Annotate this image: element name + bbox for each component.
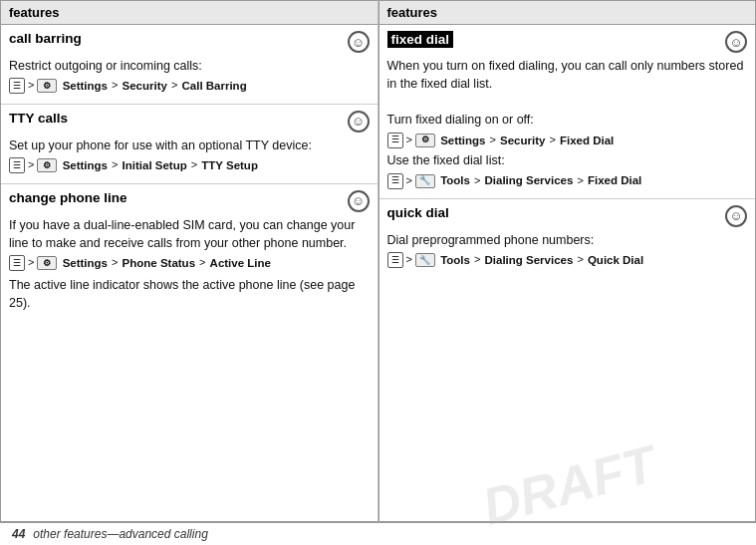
tty-nav: ☰ > ⚙ Settings > Initial Setup > TTY Set… (9, 157, 370, 174)
tty-title-row: TTY calls ☺ (9, 111, 370, 133)
call-barring-title: call barring (9, 31, 82, 46)
call-barring-label: Call Barring (181, 78, 246, 95)
left-column: features call barring ☺ Restrict outgoin… (0, 0, 378, 522)
dialing-services-label-1: Dialing Services (485, 172, 574, 189)
page-number: 44 (12, 527, 25, 541)
dialing-services-label-2: Dialing Services (485, 252, 574, 269)
fixed-dial-nav1: ☰ > ⚙ Settings > Security > Fixed Dial (387, 133, 748, 149)
quick-dial-desc: Dial preprogrammed phone numbers: (387, 233, 595, 247)
quick-dial-title: quick dial (387, 205, 449, 220)
call-barring-accessibility-icon: ☺ (348, 31, 370, 53)
change-phone-line-extra: The active line indicator shows the acti… (9, 276, 370, 312)
right-header-label: features (387, 5, 438, 20)
tty-title: TTY calls (9, 111, 68, 126)
settings-icon-4: ⚙ (415, 134, 435, 147)
settings-label-1: Settings (59, 78, 108, 95)
change-phone-line-title-row: change phone line ☺ (9, 190, 370, 212)
right-col-header: features (379, 1, 756, 25)
tools-label-1: Tools (437, 172, 470, 189)
change-phone-line-nav: ☰ > ⚙ Settings > Phone Status > Active L… (9, 255, 370, 272)
fixed-dial-title: fixed dial (387, 31, 454, 48)
quick-dial-nav-label: Quick Dial (588, 252, 643, 269)
tty-accessibility-icon: ☺ (348, 111, 370, 133)
settings-icon-2: ⚙ (37, 158, 57, 172)
quick-dial-title-row: quick dial ☺ (387, 205, 748, 227)
quick-dial-accessibility-icon: ☺ (725, 205, 747, 227)
fixed-dial-section: fixed dial ☺ When you turn on fixed dial… (379, 25, 756, 199)
security-label-2: Security (500, 133, 545, 149)
quick-dial-body: Dial preprogrammed phone numbers: ☰ > 🔧 … (387, 231, 748, 269)
change-phone-line-title: change phone line (9, 190, 127, 205)
left-header-label: features (9, 5, 60, 20)
quick-dial-nav: ☰ > 🔧 Tools > Dialing Services > Quick D… (387, 252, 748, 269)
fixed-dial-nav2: ☰ > 🔧 Tools > Dialing Services > Fixed D… (387, 172, 748, 189)
menu-icon-3: ☰ (9, 255, 25, 271)
tools-label-2: Tools (437, 252, 470, 269)
fixed-dial-toggle-desc: Turn fixed dialing on or off: (387, 113, 534, 127)
tty-body: Set up your phone for use with an option… (9, 136, 370, 174)
footer: 44 other features—advanced calling (0, 522, 756, 545)
call-barring-title-row: call barring ☺ (9, 31, 370, 53)
change-phone-line-desc: If you have a dual-line-enabled SIM card… (9, 218, 355, 250)
call-barring-desc: Restrict outgoing or incoming calls: (9, 59, 202, 73)
settings-label-2: Settings (59, 157, 108, 174)
quick-dial-section: quick dial ☺ Dial preprogrammed phone nu… (379, 199, 756, 278)
content-area: features call barring ☺ Restrict outgoin… (0, 0, 756, 522)
initial-setup-label: Initial Setup (123, 157, 187, 174)
footer-text: other features—advanced calling (33, 527, 207, 541)
left-col-header: features (1, 1, 378, 25)
phone-status-label: Phone Status (123, 255, 195, 272)
menu-icon-2: ☰ (9, 157, 25, 173)
tools-icon-2: 🔧 (415, 253, 435, 267)
page-wrapper: features call barring ☺ Restrict outgoin… (0, 0, 756, 545)
menu-icon-6: ☰ (387, 252, 403, 268)
settings-icon-1: ⚙ (37, 79, 57, 93)
tools-icon-1: 🔧 (415, 174, 435, 188)
active-line-label: Active Line (210, 255, 271, 272)
change-phone-line-section: change phone line ☺ If you have a dual-l… (1, 184, 378, 318)
menu-icon-4: ☰ (387, 133, 403, 148)
security-label-1: Security (123, 78, 167, 95)
change-phone-line-accessibility-icon: ☺ (348, 190, 370, 212)
menu-icon-5: ☰ (387, 173, 403, 189)
fixed-dial-desc: When you turn on fixed dialing, you can … (387, 59, 744, 91)
fixed-dial-nav-label2: Fixed Dial (588, 172, 641, 189)
fixed-dial-use-desc: Use the fixed dial list: (387, 153, 505, 167)
fixed-dial-title-row: fixed dial ☺ (387, 31, 748, 53)
settings-icon-3: ⚙ (37, 256, 57, 270)
tty-calls-section: TTY calls ☺ Set up your phone for use wi… (1, 105, 378, 184)
fixed-dial-accessibility-icon: ☺ (725, 31, 747, 53)
settings-label-3: Settings (59, 255, 108, 272)
call-barring-nav: ☰ > ⚙ Settings > Security > Call Barring (9, 78, 370, 95)
tty-desc: Set up your phone for use with an option… (9, 138, 312, 152)
settings-label-4: Settings (437, 133, 486, 149)
call-barring-body: Restrict outgoing or incoming calls: ☰ >… (9, 57, 370, 95)
call-barring-section: call barring ☺ Restrict outgoing or inco… (1, 25, 378, 105)
fixed-dial-body: When you turn on fixed dialing, you can … (387, 57, 748, 189)
change-phone-line-body: If you have a dual-line-enabled SIM card… (9, 216, 370, 312)
menu-icon-1: ☰ (9, 78, 25, 94)
tty-setup-label: TTY Setup (201, 157, 258, 174)
fixed-dial-nav-label: Fixed Dial (560, 133, 614, 149)
right-column: features fixed dial ☺ When you turn on f… (378, 0, 757, 522)
